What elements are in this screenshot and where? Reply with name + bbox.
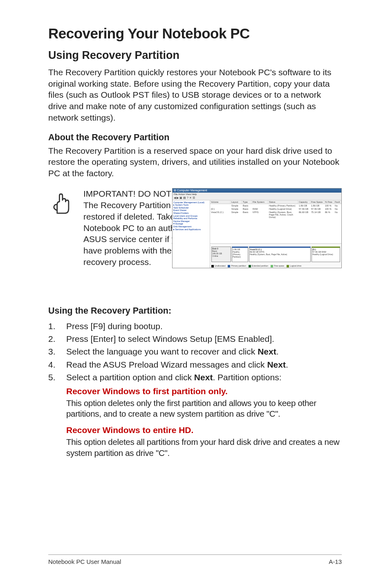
table-row: Simple Basic Healthy (Primary Partition)… (210, 204, 341, 207)
cell: 100 % (324, 204, 334, 207)
list-item: 4. Read the ASUS Preload Wizard messages… (48, 359, 342, 371)
cell: 86.60 GB (298, 211, 310, 219)
step-text: Select a partition option and click Next… (66, 371, 342, 384)
cell (210, 204, 231, 207)
step-text: Read the ASUS Preload Wizard messages an… (66, 359, 342, 371)
cell: NTFS (252, 211, 268, 219)
cell: Simple (231, 211, 242, 219)
ss-legend: Unallocated Primary partition Extended p… (211, 265, 301, 267)
ss-tree-item: ▸ Services and Applications (173, 228, 209, 231)
ss-part-status: Healthy (Primary Partition) (233, 251, 247, 258)
cell: No (334, 211, 341, 219)
cell: Basic (242, 204, 252, 207)
legend-item: Logical drive (290, 265, 301, 267)
cell: 57.46 GB (310, 207, 324, 211)
list-item: 5. Select a partition option and click N… (48, 371, 342, 384)
ss-partition: VistaOS (C:) 86.59 GB NTFS Healthy (Syst… (249, 247, 311, 262)
cell: Healthy (Logical Drive) (268, 207, 298, 211)
ss-app-icon: ⊞ (174, 189, 176, 192)
cell: No (334, 204, 341, 207)
disk-management-screenshot: ⊞ Computer Management File Action View H… (172, 188, 342, 268)
ss-tree: Computer Management (Local) ▸ System Too… (173, 200, 210, 268)
ss-col: Capacity (298, 200, 310, 204)
cell: 57.46 GB (298, 207, 310, 211)
cell: RAW (252, 207, 268, 211)
ss-toolbar: ◀ ▶ ▣ ▤ ? ✕ ☰ (173, 196, 341, 200)
ss-menubar: File Action View Help (173, 193, 341, 196)
using-recovery-heading: Using Recovery Partition (48, 49, 342, 62)
option-heading: Recover Windows to entire HD. (66, 425, 342, 435)
cell: Healthy (System, Boot, Page File, Active… (268, 211, 298, 219)
list-item: 3. Select the language you want to recov… (48, 346, 342, 358)
legend-item: Extended partition (252, 265, 268, 267)
cell: 1.86 GB (298, 204, 310, 207)
cell: Healthy (Primary Partition) (268, 204, 298, 207)
cell: Basic (242, 211, 252, 219)
table-row: (D:) Simple Basic RAW Healthy (Logical D… (210, 207, 341, 211)
step-number: 4. (48, 359, 66, 371)
ss-tree-item: Device Manager (173, 220, 209, 223)
ss-tree-item: ▸ System Tools (173, 204, 209, 206)
ss-tree-item: Local Users and Groups (173, 215, 209, 218)
step-text: Press [F9] during bootup. (66, 320, 342, 332)
ss-disk-sub: Basic 149.05 GB Online (212, 250, 222, 257)
ss-tree-item: Computer Management (Local) (173, 201, 209, 204)
cell: VistaOS (C:) (210, 211, 231, 219)
ss-col: Layout (231, 200, 242, 204)
step-number: 1. (48, 320, 66, 332)
footer-title: Notebook PC User Manual (48, 558, 121, 565)
about-recovery-body: The Recovery Partition is a reserved spa… (48, 145, 342, 179)
step-number: 3. (48, 346, 66, 358)
ss-col: Volume (210, 200, 231, 204)
ss-col: File System (252, 200, 268, 204)
footer-page: A-13 (329, 558, 342, 565)
option-body: This option deletes all partitions from … (66, 437, 342, 458)
ss-titlebar: ⊞ Computer Management (173, 189, 341, 193)
cell (252, 204, 268, 207)
ss-col: Free Space (310, 200, 324, 204)
option-body: This option deletes only the first parti… (66, 398, 342, 420)
step-text: Select the language you want to recover … (66, 346, 342, 358)
option-heading: Recover Windows to first partition only. (66, 386, 342, 396)
ss-partition: (D:) 57.46 GB RAW Healthy (Logical Drive… (312, 247, 340, 262)
cell: Simple (231, 207, 242, 211)
using-recovery-body: The Recovery Partition quickly restores … (48, 67, 342, 123)
about-recovery-heading: About the Recovery Partition (48, 132, 342, 143)
cell: Simple (231, 204, 242, 207)
ss-toolbar-icon: ☰ (193, 196, 195, 200)
legend-item: Free space (274, 265, 284, 267)
legend-item: Primary partition (231, 265, 246, 267)
ss-tree-item: ▾ Storage (173, 222, 209, 225)
ss-col: % Free (324, 200, 334, 204)
ss-tree-item: Task Scheduler (173, 206, 209, 209)
ss-tree-item: Shared Folders (173, 212, 209, 215)
ss-part-name: (D:) (312, 248, 316, 251)
list-item: 1. Press [F9] during bootup. (48, 320, 342, 332)
ss-toolbar-icon: ▶ (177, 196, 179, 200)
ss-toolbar-icon: ▣ (179, 196, 182, 200)
ss-part-status: Healthy (Logical Drive) (312, 253, 339, 256)
cell: (D:) (210, 207, 231, 211)
step-text: Press [Enter] to select Windows Setup [E… (66, 333, 342, 345)
ss-window-title: Computer Management (177, 189, 207, 192)
cell: No (334, 207, 341, 211)
ss-tree-item: Reliability and Performa (173, 217, 209, 220)
ss-disk-label: Disk 0 Basic 149.05 GB Online (211, 247, 231, 262)
step-number: 2. (48, 333, 66, 345)
step-number: 5. (48, 371, 66, 384)
ss-toolbar-icon: ? (187, 196, 188, 200)
list-item: 2. Press [Enter] to select Windows Setup… (48, 333, 342, 345)
cell: 1.86 GB (310, 204, 324, 207)
ss-tree-item: Event Viewer (173, 209, 209, 212)
important-hand-icon (48, 190, 75, 217)
ss-disk-graph: Disk 0 Basic 149.05 GB Online 1.86 GB He… (210, 243, 341, 268)
ss-col: Fault (334, 200, 341, 204)
cell: 75.14 GB (310, 211, 324, 219)
using-partition-heading: Using the Recovery Partition: (48, 306, 342, 316)
cell: Basic (242, 207, 252, 211)
cell: 86 % (324, 211, 334, 219)
table-row: VistaOS (C:) Simple Basic NTFS Healthy (… (210, 211, 341, 219)
page-title: Recovering Your Notebook PC (48, 25, 342, 42)
cell: 100 % (324, 207, 334, 211)
legend-item: Unallocated (215, 265, 225, 267)
